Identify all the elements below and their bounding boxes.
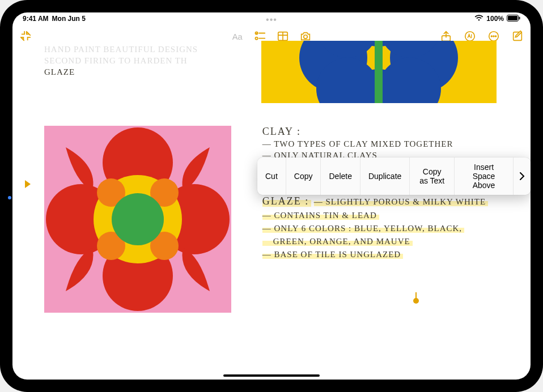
glaze-title: GLAZE : (262, 195, 311, 207)
glaze-line-2: — CONTAINS TIN & LEAD (262, 211, 379, 220)
right-column: CLAY : — TWO TYPES OF CLAY MIXED TOGETHE… (261, 41, 531, 380)
left-column: HAND PAINT BEAUTIFUL DESIGNS SECOND FIRI… (12, 41, 261, 380)
glaze-line-4: GREEN, ORANGE, AND MAUVE (262, 237, 413, 246)
status-left: 9:41 AM Mon Jun 5 (23, 15, 86, 23)
svg-point-5 (255, 37, 257, 40)
menu-copy[interactable]: Copy (286, 157, 321, 195)
battery-icon (507, 15, 520, 23)
menu-copy-as-text[interactable]: Copy as Text (410, 157, 455, 195)
glaze-line-5: — BASE OF TILE IS UNGLAZED (262, 250, 403, 259)
clay-notes-block[interactable]: CLAY : — TWO TYPES OF CLAY MIXED TOGETHE… (262, 126, 453, 162)
menu-delete[interactable]: Delete (321, 157, 360, 195)
menu-more-arrow-icon[interactable] (514, 157, 531, 195)
top-tile-drawing-partial[interactable] (261, 41, 497, 103)
top-left-faded-notes: HAND PAINT BEAUTIFUL DESIGNS SECOND FIRI… (44, 43, 198, 79)
status-date: Mon Jun 5 (52, 15, 86, 23)
home-indicator[interactable] (223, 374, 320, 377)
menu-cut[interactable]: Cut (257, 157, 286, 195)
svg-rect-2 (519, 16, 520, 19)
glaze-notes-block[interactable]: GLAZE : — SLIGHTLY POROUS & MILKY WHITE … (262, 194, 531, 261)
menu-duplicate[interactable]: Duplicate (360, 157, 410, 195)
glaze-line-1: — SLIGHTLY POROUS & MILKY WHITE (314, 197, 489, 207)
svg-point-12 (493, 36, 494, 37)
frame-indicator-dot (8, 196, 11, 199)
screen: 9:41 AM Mon Jun 5 100% ••• (12, 12, 531, 380)
svg-rect-1 (508, 16, 517, 20)
glaze-line-3: — ONLY 6 COLORS : BLUE, YELLOW, BLACK, (262, 224, 464, 233)
svg-point-24 (112, 193, 164, 245)
menu-insert-space-above[interactable]: Insert Space Above (455, 157, 514, 195)
battery-percent: 100% (486, 15, 504, 23)
svg-rect-33 (375, 41, 383, 103)
svg-point-7 (304, 35, 307, 39)
clay-line-1: — TWO TYPES OF CLAY MIXED TOGETHER (262, 139, 453, 149)
flower-tile-drawing[interactable] (44, 126, 231, 313)
svg-point-11 (491, 36, 492, 37)
faded-line-2: SECOND FIRING TO HARDEN TH (44, 56, 198, 66)
note-content: HAND PAINT BEAUTIFUL DESIGNS SECOND FIRI… (12, 41, 531, 380)
wifi-icon (474, 15, 483, 23)
selection-context-menu: Cut Copy Delete Duplicate Copy as Text I… (257, 157, 531, 195)
multitasking-ellipsis-icon[interactable]: ••• (266, 15, 277, 25)
svg-text:Aa: Aa (232, 32, 243, 41)
status-time: 9:41 AM (23, 15, 49, 23)
faded-line-1: HAND PAINT BEAUTIFUL DESIGNS (44, 45, 198, 54)
faded-line-3: GLAZE (44, 67, 198, 77)
clay-title: CLAY : (262, 126, 453, 138)
status-right: 100% (474, 15, 520, 23)
ipad-frame: 9:41 AM Mon Jun 5 100% ••• (0, 0, 543, 392)
insertion-handle-icon[interactable] (413, 292, 419, 304)
svg-point-13 (495, 36, 497, 37)
